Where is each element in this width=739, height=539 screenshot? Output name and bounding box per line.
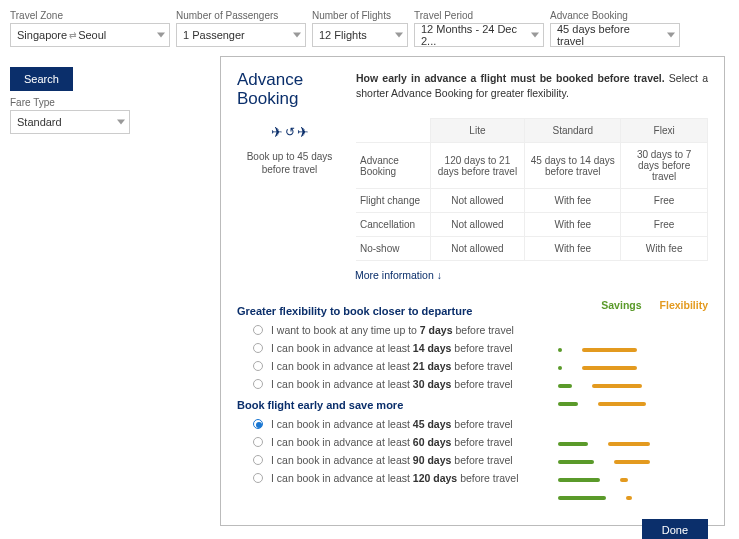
option-text: I can book in advance at least 14 days b…	[271, 342, 513, 354]
panel-subtitle-bold: How early in advance a flight must be bo…	[356, 72, 665, 84]
filter-advance: Advance Booking 45 days before travel	[550, 10, 680, 47]
zone-from: Singapore	[17, 29, 67, 41]
period-dropdown[interactable]: 12 Months - 24 Dec 2...	[414, 23, 544, 47]
table-col-header: Flexi	[621, 119, 708, 143]
option-text: I can book in advance at least 21 days b…	[271, 360, 513, 372]
table-cell: With fee	[525, 237, 621, 261]
table-cell: With fee	[525, 213, 621, 237]
booking-option[interactable]: I want to book at any time up to 7 days …	[237, 321, 548, 339]
table-cell: Not allowed	[430, 189, 525, 213]
bars-legend: Savings Flexibility	[558, 299, 708, 311]
table-cell: Not allowed	[430, 237, 525, 261]
flexibility-bar	[582, 366, 637, 370]
table-col-header: Standard	[525, 119, 621, 143]
booking-option[interactable]: I can book in advance at least 14 days b…	[237, 339, 548, 357]
table-row: Flight changeNot allowedWith feeFree	[356, 189, 708, 213]
booking-option[interactable]: I can book in advance at least 60 days b…	[237, 433, 548, 451]
savings-bar	[558, 366, 562, 370]
option-text: I can book in advance at least 90 days b…	[271, 454, 513, 466]
filter-zone: Travel Zone Singapore ⇄ Seoul	[10, 10, 170, 47]
savings-bar	[558, 402, 578, 406]
table-row-header: Flight change	[356, 189, 430, 213]
option-bars	[558, 489, 708, 507]
flexibility-bar	[614, 460, 650, 464]
option-bars	[558, 377, 708, 395]
passengers-dropdown[interactable]: 1 Passenger	[176, 23, 306, 47]
table-row: CancellationNot allowedWith feeFree	[356, 213, 708, 237]
radio-icon	[253, 455, 263, 465]
flights-dropdown[interactable]: 12 Flights	[312, 23, 408, 47]
savings-bar	[558, 460, 594, 464]
swap-icon: ⇄	[69, 30, 76, 40]
table-cell: Not allowed	[430, 213, 525, 237]
table-row-header: Cancellation	[356, 213, 430, 237]
period-value: 12 Months - 24 Dec 2...	[421, 23, 521, 47]
option-text: I can book in advance at least 120 days …	[271, 472, 519, 484]
filter-zone-label: Travel Zone	[10, 10, 170, 21]
group-save-title: Book flight early and save more	[237, 399, 548, 411]
booking-option[interactable]: I can book in advance at least 120 days …	[237, 469, 548, 487]
flights-value: 12 Flights	[319, 29, 367, 41]
advance-value: 45 days before travel	[557, 23, 657, 47]
plane-icon: ✈	[271, 124, 283, 140]
table-row-header: Advance Booking	[356, 143, 430, 189]
table-cell: Free	[621, 189, 708, 213]
savings-bar	[558, 442, 588, 446]
done-button[interactable]: Done	[642, 519, 708, 539]
plane-icon: ✈	[297, 124, 309, 140]
radio-icon	[253, 437, 263, 447]
savings-bar	[558, 384, 572, 388]
radio-icon	[253, 361, 263, 371]
booking-option[interactable]: I can book in advance at least 45 days b…	[237, 415, 548, 433]
comparison-table: LiteStandardFlexi Advance Booking120 day…	[356, 118, 708, 261]
flexibility-bar	[592, 384, 642, 388]
savings-bar	[558, 496, 606, 500]
chevron-down-icon	[157, 33, 165, 38]
table-row: No-showNot allowedWith feeWith fee	[356, 237, 708, 261]
search-button[interactable]: Search	[10, 67, 73, 91]
filter-passengers: Number of Passengers 1 Passenger	[176, 10, 306, 47]
fare-dropdown[interactable]: Standard	[10, 110, 130, 134]
advance-dropdown[interactable]: 45 days before travel	[550, 23, 680, 47]
table-row-header: No-show	[356, 237, 430, 261]
illustration: ✈ ↺ ✈ Book up to 45 days before travel	[237, 118, 342, 261]
table-cell: With fee	[621, 237, 708, 261]
table-cell: Free	[621, 213, 708, 237]
booking-option[interactable]: I can book in advance at least 90 days b…	[237, 451, 548, 469]
savings-bar	[558, 348, 562, 352]
zone-dropdown[interactable]: Singapore ⇄ Seoul	[10, 23, 170, 47]
period-label: Travel Period	[414, 10, 544, 21]
group-flex-title: Greater flexibility to book closer to de…	[237, 305, 548, 317]
more-information-link[interactable]: More information ↓	[355, 269, 442, 281]
option-text: I can book in advance at least 45 days b…	[271, 418, 513, 430]
arrow-icon: ↺	[285, 125, 295, 139]
savings-bar	[558, 478, 600, 482]
flexibility-bar	[598, 402, 646, 406]
option-bars	[558, 453, 708, 471]
option-bars	[558, 435, 708, 453]
radio-icon	[253, 419, 263, 429]
panel-subtitle: How early in advance a flight must be bo…	[356, 71, 708, 100]
option-bars	[558, 359, 708, 377]
advance-label: Advance Booking	[550, 10, 680, 21]
illustration-text: Book up to 45 days before travel	[237, 150, 342, 176]
booking-option[interactable]: I can book in advance at least 30 days b…	[237, 375, 548, 393]
zone-to: Seoul	[78, 29, 106, 41]
table-cell: 30 days to 7 days before travel	[621, 143, 708, 189]
chevron-down-icon	[293, 33, 301, 38]
filter-period: Travel Period 12 Months - 24 Dec 2...	[414, 10, 544, 47]
flexibility-bar	[620, 478, 628, 482]
panel-title: Advance Booking	[237, 71, 342, 108]
booking-option[interactable]: I can book in advance at least 21 days b…	[237, 357, 548, 375]
flexibility-bar	[608, 442, 650, 446]
filter-flights: Number of Flights 12 Flights	[312, 10, 408, 47]
option-text: I can book in advance at least 30 days b…	[271, 378, 513, 390]
table-cell: With fee	[525, 189, 621, 213]
flexibility-bar	[626, 496, 632, 500]
table-cell: 120 days to 21 days before travel	[430, 143, 525, 189]
radio-icon	[253, 473, 263, 483]
options-list: Greater flexibility to book closer to de…	[237, 299, 548, 507]
chevron-down-icon	[531, 33, 539, 38]
option-bars	[558, 395, 708, 413]
passengers-label: Number of Passengers	[176, 10, 306, 21]
